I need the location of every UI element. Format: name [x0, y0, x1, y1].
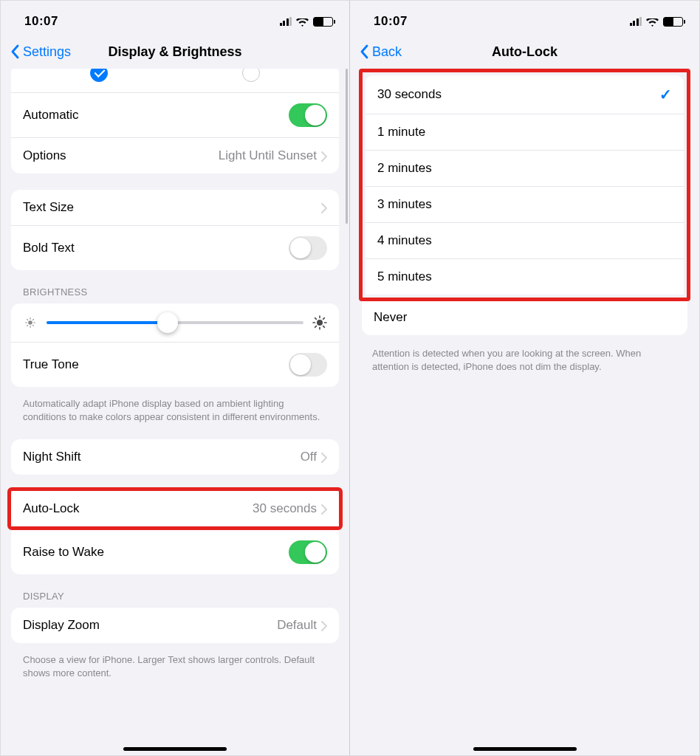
automatic-row[interactable]: Automatic: [11, 93, 339, 138]
night-shift-group: Night Shift Off: [11, 439, 339, 475]
option-1-minute[interactable]: 1 minute: [366, 114, 684, 151]
back-label: Settings: [23, 44, 71, 60]
night-shift-label: Night Shift: [23, 450, 80, 464]
home-indicator[interactable]: [123, 747, 227, 751]
display-zoom-footer: Choose a view for iPhone. Larger Text sh…: [11, 647, 339, 679]
automatic-label: Automatic: [23, 108, 79, 123]
option-label: 5 minutes: [377, 269, 432, 284]
status-icons: [280, 17, 334, 27]
chevron-right-icon: [321, 151, 327, 161]
bold-text-toggle[interactable]: [289, 236, 327, 260]
auto-lock-options-group: 30 seconds ✓ 1 minute 2 minutes 3 minute…: [366, 75, 684, 295]
svg-line-14: [315, 318, 317, 320]
appearance-dark-radio[interactable]: [242, 69, 260, 82]
option-3-minutes[interactable]: 3 minutes: [366, 187, 684, 223]
options-label: Options: [23, 148, 66, 163]
automatic-toggle[interactable]: [289, 103, 327, 127]
display-header: Display: [11, 591, 339, 608]
svg-point-9: [317, 320, 323, 326]
display-zoom-row[interactable]: Display Zoom Default: [11, 608, 339, 643]
scroll-area[interactable]: Automatic Options Light Until Sunset Tex…: [1, 69, 349, 756]
check-icon: ✓: [659, 86, 672, 103]
option-label: 3 minutes: [377, 197, 432, 212]
chevron-right-icon: [321, 504, 327, 514]
svg-line-6: [32, 325, 33, 326]
auto-lock-highlight: Auto-Lock 30 seconds: [7, 487, 343, 530]
sun-max-icon: [312, 315, 327, 330]
scroll-area[interactable]: 30 seconds ✓ 1 minute 2 minutes 3 minute…: [350, 69, 699, 756]
option-4-minutes[interactable]: 4 minutes: [366, 223, 684, 259]
back-button[interactable]: Settings: [11, 44, 71, 60]
chevron-left-icon: [11, 44, 20, 59]
text-size-label: Text Size: [23, 200, 74, 215]
svg-line-16: [315, 326, 317, 328]
scrollbar[interactable]: [346, 69, 348, 224]
phone-auto-lock: 10:07 Back Auto-Lock 30 seconds ✓: [350, 1, 699, 756]
cell-signal-icon: [630, 17, 642, 26]
svg-line-15: [323, 326, 325, 328]
svg-line-8: [32, 319, 33, 320]
back-label: Back: [372, 44, 402, 60]
raise-to-wake-toggle[interactable]: [289, 540, 327, 564]
option-label: 1 minute: [377, 125, 425, 140]
back-button[interactable]: Back: [360, 44, 402, 60]
home-indicator[interactable]: [473, 747, 577, 751]
display-zoom-label: Display Zoom: [23, 618, 100, 633]
option-30-seconds[interactable]: 30 seconds ✓: [366, 75, 684, 114]
nav-header: Back Auto-Lock: [350, 33, 699, 69]
sun-min-icon: [23, 315, 38, 330]
display-zoom-group: Display Zoom Default: [11, 608, 339, 643]
true-tone-toggle[interactable]: [289, 353, 327, 377]
display-zoom-value: Default: [277, 618, 317, 633]
never-group: Never: [362, 300, 687, 335]
wifi-icon: [296, 17, 309, 26]
svg-point-0: [28, 320, 32, 325]
status-time: 10:07: [24, 14, 58, 29]
auto-lock-label: Auto-Lock: [23, 501, 80, 516]
option-label: 4 minutes: [377, 233, 432, 248]
auto-lock-footer: Attention is detected when you are looki…: [360, 341, 689, 373]
cell-signal-icon: [280, 17, 292, 26]
auto-lock-value: 30 seconds: [253, 501, 317, 516]
chevron-left-icon: [360, 44, 369, 59]
auto-lock-row[interactable]: Auto-Lock 30 seconds: [11, 491, 339, 526]
status-icons: [630, 17, 684, 27]
option-never[interactable]: Never: [362, 300, 687, 335]
status-bar: 10:07: [1, 1, 349, 33]
option-2-minutes[interactable]: 2 minutes: [366, 151, 684, 187]
status-bar: 10:07: [350, 1, 699, 33]
true-tone-row[interactable]: True Tone: [11, 343, 339, 387]
options-highlight: 30 seconds ✓ 1 minute 2 minutes 3 minute…: [359, 69, 690, 301]
brightness-slider[interactable]: [47, 321, 303, 324]
auto-lock-group: Auto-Lock 30 seconds Raise to Wake: [11, 487, 339, 574]
night-shift-value: Off: [301, 450, 317, 464]
wifi-icon: [646, 17, 659, 26]
svg-line-7: [27, 325, 27, 326]
svg-line-17: [323, 318, 325, 320]
battery-icon: [313, 17, 333, 27]
bold-text-row[interactable]: Bold Text: [11, 226, 339, 270]
text-size-row[interactable]: Text Size: [11, 190, 339, 226]
brightness-slider-row[interactable]: [11, 303, 339, 343]
brightness-group: True Tone: [11, 303, 339, 387]
option-label: Never: [374, 310, 407, 325]
text-group: Text Size Bold Text: [11, 190, 339, 270]
chevron-right-icon: [321, 202, 327, 213]
options-row[interactable]: Options Light Until Sunset: [11, 138, 339, 173]
nav-header: Settings Display & Brightness: [1, 33, 349, 69]
true-tone-footer: Automatically adapt iPhone display based…: [11, 391, 339, 423]
page-title: Auto-Lock: [350, 44, 699, 60]
appearance-light-radio[interactable]: [90, 69, 108, 82]
appearance-radios: [11, 69, 339, 93]
phone-display-brightness: 10:07 Settings Display & Brightness Au: [1, 1, 350, 756]
bold-text-label: Bold Text: [23, 241, 75, 255]
appearance-group: Automatic Options Light Until Sunset: [11, 69, 339, 173]
true-tone-label: True Tone: [23, 357, 79, 372]
raise-to-wake-row[interactable]: Raise to Wake: [11, 530, 339, 574]
status-time: 10:07: [374, 14, 408, 29]
svg-line-5: [27, 319, 27, 320]
options-value: Light Until Sunset: [219, 148, 317, 163]
chevron-right-icon: [321, 620, 327, 630]
option-5-minutes[interactable]: 5 minutes: [366, 259, 684, 295]
night-shift-row[interactable]: Night Shift Off: [11, 439, 339, 475]
